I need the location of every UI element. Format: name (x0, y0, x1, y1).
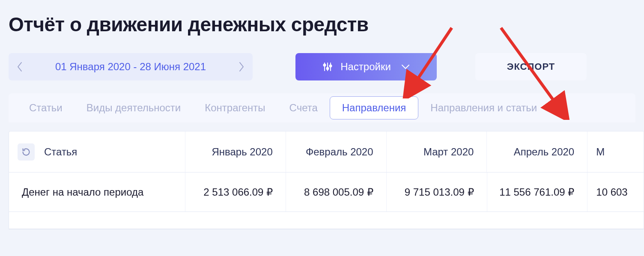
row-cell-partial: 10 603 (587, 173, 644, 211)
settings-button[interactable]: Настройки (295, 53, 437, 80)
tab-articles[interactable]: Статьи (17, 97, 75, 119)
page-title: Отчёт о движении денежных средств (0, 0, 644, 53)
table-row: Денег на начало периода 2 513 066.09 ₽ 8… (9, 173, 644, 212)
date-range-picker[interactable]: 01 Января 2020 - 28 Июня 2021 (9, 53, 253, 80)
tab-counterparties[interactable]: Контрагенты (193, 97, 277, 119)
chevron-right-icon[interactable] (235, 62, 248, 72)
col-header: Март 2020 (386, 131, 487, 172)
chevron-down-icon (401, 64, 410, 69)
tab-accounts[interactable]: Счета (277, 97, 330, 119)
controls-row: 01 Января 2020 - 28 Июня 2021 Настройки … (0, 53, 644, 93)
export-label: ЭКСПОРТ (507, 61, 555, 72)
tab-directions-articles[interactable]: Направления и статьи (418, 97, 549, 119)
svg-point-5 (330, 65, 332, 67)
row-cell: 2 513 066.09 ₽ (185, 173, 286, 211)
tab-activity-types[interactable]: Виды деятельности (75, 97, 193, 119)
col-header: Апрель 2020 (486, 131, 587, 172)
tab-directions[interactable]: Направления (330, 96, 419, 119)
export-button[interactable]: ЭКСПОРТ (475, 53, 587, 80)
col-header: Январь 2020 (185, 131, 286, 172)
tabs-row: Статьи Виды деятельности Контрагенты Сче… (9, 93, 635, 122)
chevron-left-icon[interactable] (13, 62, 27, 72)
table-row-empty (9, 212, 644, 229)
refresh-icon[interactable] (18, 143, 35, 161)
sliders-icon (322, 62, 333, 72)
svg-point-1 (324, 64, 326, 66)
report-table: Статья Январь 2020 Февраль 2020 Март 202… (9, 131, 644, 229)
svg-point-3 (327, 68, 329, 70)
col-header-partial: М (587, 131, 644, 172)
row-cell: 8 698 005.09 ₽ (286, 173, 386, 211)
table-header-row: Статья Январь 2020 Февраль 2020 Март 202… (9, 131, 644, 173)
row-label: Денег на начало периода (9, 186, 185, 198)
col-header: Февраль 2020 (286, 131, 386, 172)
header-first-label: Статья (44, 146, 77, 158)
row-cell: 11 556 761.09 ₽ (487, 173, 587, 211)
row-cell: 9 715 013.09 ₽ (386, 173, 487, 211)
settings-label: Настройки (340, 61, 391, 73)
header-first-col: Статья (9, 143, 185, 161)
date-range-text: 01 Января 2020 - 28 Июня 2021 (27, 61, 235, 73)
